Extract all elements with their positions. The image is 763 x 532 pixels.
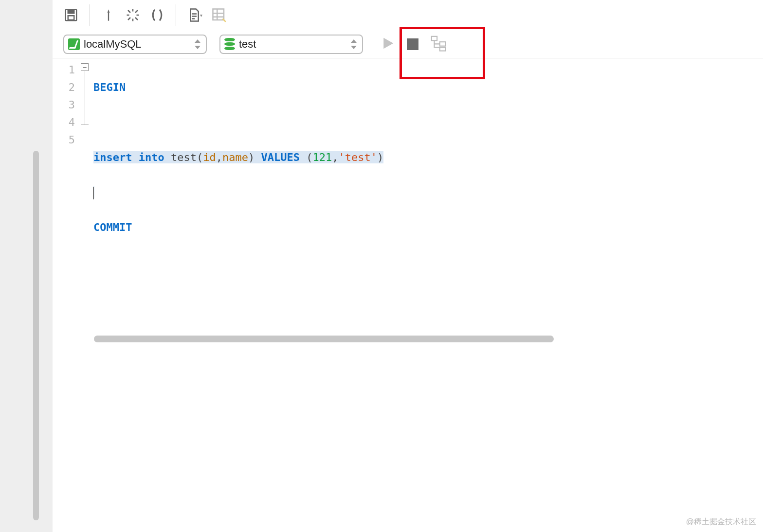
parentheses-icon[interactable] <box>147 5 167 25</box>
svg-rect-2 <box>68 16 74 20</box>
code-text: ) <box>248 151 261 163</box>
svg-rect-3 <box>108 13 109 20</box>
identifier: name <box>222 151 248 163</box>
keyword: insert <box>93 151 132 163</box>
database-icon <box>224 38 235 51</box>
line-number: 2 <box>53 79 75 96</box>
code-text: , <box>332 151 338 163</box>
svg-rect-4 <box>213 9 224 20</box>
database-dropdown[interactable]: test <box>219 35 363 54</box>
beautify-icon[interactable] <box>123 5 143 25</box>
svg-rect-1 <box>68 10 74 14</box>
chevron-updown-icon <box>193 38 202 50</box>
line-number: 4 <box>53 114 75 131</box>
connection-dropdown[interactable]: localMySQL <box>63 35 207 54</box>
code-area[interactable]: BEGIN insert into test(id,name) VALUES (… <box>93 58 763 399</box>
svg-rect-6 <box>440 42 445 46</box>
horizontal-scrollbar[interactable] <box>94 336 763 342</box>
code-text: test( <box>164 151 203 163</box>
keyword: into <box>139 151 164 163</box>
table-gen-icon[interactable] <box>209 5 229 25</box>
main-panel: ▾ localMySQL test 1 2 <box>53 0 763 532</box>
code-text: , <box>216 151 222 163</box>
line-number: 5 <box>53 131 75 149</box>
line-number: 3 <box>53 96 75 114</box>
identifier: id <box>203 151 216 163</box>
code-text: ( <box>300 151 313 163</box>
left-sidebar <box>0 0 39 532</box>
fold-toggle[interactable]: − <box>81 63 89 71</box>
svg-rect-5 <box>432 36 437 40</box>
explain-plan-button[interactable] <box>430 35 447 53</box>
string-literal: 'test' <box>338 151 377 163</box>
database-label: test <box>239 38 345 51</box>
save-icon[interactable] <box>61 5 81 25</box>
scrollbar-thumb[interactable] <box>94 336 554 342</box>
toolbar-divider <box>176 4 176 26</box>
format-icon[interactable] <box>99 5 118 25</box>
fold-column: − <box>80 58 93 399</box>
number-literal: 121 <box>312 151 332 163</box>
connection-icon <box>68 38 80 50</box>
line-number-gutter: 1 2 3 4 5 <box>53 58 80 399</box>
stop-button[interactable] <box>407 38 418 50</box>
export-icon[interactable]: ▾ <box>185 5 204 25</box>
line-number: 1 <box>53 61 75 79</box>
watermark: @稀土掘金技术社区 <box>686 517 756 527</box>
run-button[interactable] <box>381 36 395 53</box>
keyword: COMMIT <box>93 221 132 233</box>
connection-label: localMySQL <box>84 38 189 51</box>
fold-guide <box>85 71 85 124</box>
toolbar-divider <box>90 4 90 26</box>
connection-bar: localMySQL test <box>53 30 763 58</box>
toolbar: ▾ <box>53 0 763 30</box>
execution-controls <box>381 35 447 53</box>
sql-editor[interactable]: 1 2 3 4 5 − BEGIN insert into test(id,na… <box>53 58 763 399</box>
chevron-updown-icon <box>349 38 358 50</box>
keyword: VALUES <box>261 151 299 163</box>
code-text: ) <box>377 151 383 163</box>
fold-end <box>81 124 89 125</box>
text-cursor <box>93 187 94 199</box>
keyword: BEGIN <box>93 81 126 93</box>
svg-rect-7 <box>440 47 445 51</box>
sidebar-scrollbar[interactable] <box>33 151 39 520</box>
